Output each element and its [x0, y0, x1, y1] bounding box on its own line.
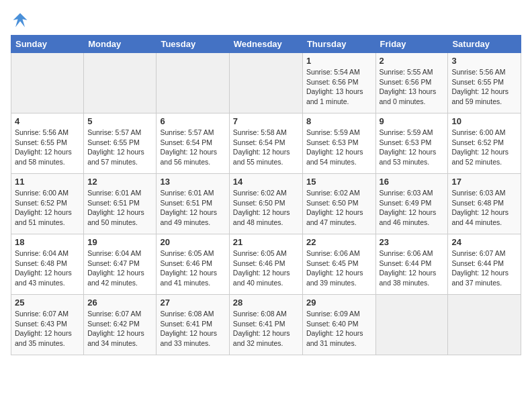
calendar-day-cell: 10Sunrise: 6:00 AMSunset: 6:52 PMDayligh… — [448, 113, 521, 174]
calendar-day-cell: 22Sunrise: 6:06 AMSunset: 6:45 PMDayligh… — [302, 234, 375, 295]
day-number: 2 — [380, 56, 445, 66]
day-info: Sunrise: 5:54 AMSunset: 6:56 PMDaylight:… — [306, 67, 372, 107]
calendar-day-cell: 17Sunrise: 6:03 AMSunset: 6:48 PMDayligh… — [448, 174, 521, 234]
day-number: 5 — [87, 116, 152, 126]
day-info: Sunrise: 6:03 AMSunset: 6:48 PMDaylight:… — [451, 188, 517, 228]
day-number: 7 — [233, 116, 299, 126]
day-number: 9 — [380, 116, 445, 126]
calendar-day-cell: 5Sunrise: 5:57 AMSunset: 6:55 PMDaylight… — [84, 113, 157, 174]
day-number: 20 — [160, 237, 225, 247]
calendar-day-cell: 9Sunrise: 5:59 AMSunset: 6:53 PMDaylight… — [375, 113, 448, 174]
calendar-day-cell: 19Sunrise: 6:04 AMSunset: 6:47 PMDayligh… — [84, 234, 157, 295]
day-number: 14 — [233, 177, 299, 187]
day-info: Sunrise: 6:05 AMSunset: 6:46 PMDaylight:… — [233, 248, 299, 288]
day-info: Sunrise: 6:08 AMSunset: 6:41 PMDaylight:… — [160, 309, 225, 349]
calendar-week-row: 11Sunrise: 6:00 AMSunset: 6:52 PMDayligh… — [11, 174, 521, 234]
calendar-day-cell — [84, 53, 157, 113]
day-number: 28 — [233, 298, 299, 308]
day-number: 13 — [160, 177, 225, 187]
day-info: Sunrise: 5:56 AMSunset: 6:55 PMDaylight:… — [451, 67, 517, 107]
weekday-header-cell: Wednesday — [229, 36, 302, 53]
logo — [11, 11, 32, 30]
calendar-day-cell: 6Sunrise: 5:57 AMSunset: 6:54 PMDaylight… — [157, 113, 229, 174]
calendar-day-cell — [157, 53, 229, 113]
day-info: Sunrise: 6:08 AMSunset: 6:41 PMDaylight:… — [233, 309, 299, 349]
calendar-day-cell: 4Sunrise: 5:56 AMSunset: 6:55 PMDaylight… — [11, 113, 84, 174]
day-number: 10 — [451, 116, 517, 126]
day-info: Sunrise: 5:58 AMSunset: 6:54 PMDaylight:… — [233, 128, 299, 167]
calendar-body: 1Sunrise: 5:54 AMSunset: 6:56 PMDaylight… — [11, 53, 521, 355]
day-info: Sunrise: 5:57 AMSunset: 6:54 PMDaylight:… — [160, 128, 225, 167]
day-info: Sunrise: 5:56 AMSunset: 6:55 PMDaylight:… — [15, 128, 80, 167]
day-number: 17 — [451, 177, 517, 187]
day-info: Sunrise: 6:06 AMSunset: 6:45 PMDaylight:… — [306, 248, 372, 288]
weekday-header-row: SundayMondayTuesdayWednesdayThursdayFrid… — [11, 36, 521, 53]
day-number: 15 — [306, 177, 372, 187]
weekday-header-cell: Thursday — [302, 36, 375, 53]
calendar-day-cell: 24Sunrise: 6:07 AMSunset: 6:44 PMDayligh… — [448, 234, 521, 295]
day-number: 19 — [87, 237, 152, 247]
day-info: Sunrise: 6:04 AMSunset: 6:47 PMDaylight:… — [87, 248, 152, 288]
calendar-day-cell: 7Sunrise: 5:58 AMSunset: 6:54 PMDaylight… — [229, 113, 302, 174]
calendar-day-cell: 11Sunrise: 6:00 AMSunset: 6:52 PMDayligh… — [11, 174, 84, 234]
weekday-header-cell: Saturday — [448, 36, 521, 53]
calendar-day-cell: 16Sunrise: 6:03 AMSunset: 6:49 PMDayligh… — [375, 174, 448, 234]
weekday-header-cell: Monday — [84, 36, 157, 53]
day-number: 25 — [15, 298, 80, 308]
page-header — [11, 11, 521, 30]
day-info: Sunrise: 6:01 AMSunset: 6:51 PMDaylight:… — [87, 188, 152, 228]
calendar-day-cell: 14Sunrise: 6:02 AMSunset: 6:50 PMDayligh… — [229, 174, 302, 234]
calendar-day-cell: 20Sunrise: 6:05 AMSunset: 6:46 PMDayligh… — [157, 234, 229, 295]
day-number: 26 — [87, 298, 152, 308]
calendar-day-cell: 29Sunrise: 6:09 AMSunset: 6:40 PMDayligh… — [302, 295, 375, 355]
svg-marker-0 — [13, 13, 28, 28]
day-info: Sunrise: 6:00 AMSunset: 6:52 PMDaylight:… — [15, 188, 80, 228]
day-number: 16 — [380, 177, 445, 187]
day-number: 3 — [451, 56, 517, 66]
day-number: 6 — [160, 116, 225, 126]
calendar-day-cell: 13Sunrise: 6:01 AMSunset: 6:51 PMDayligh… — [157, 174, 229, 234]
day-info: Sunrise: 5:55 AMSunset: 6:56 PMDaylight:… — [380, 67, 445, 107]
day-info: Sunrise: 6:04 AMSunset: 6:48 PMDaylight:… — [15, 248, 80, 288]
calendar-day-cell: 3Sunrise: 5:56 AMSunset: 6:55 PMDaylight… — [448, 53, 521, 113]
day-info: Sunrise: 6:07 AMSunset: 6:42 PMDaylight:… — [87, 309, 152, 349]
day-info: Sunrise: 5:59 AMSunset: 6:53 PMDaylight:… — [306, 128, 372, 167]
calendar-day-cell — [375, 295, 448, 355]
day-info: Sunrise: 6:00 AMSunset: 6:52 PMDaylight:… — [451, 128, 517, 167]
day-number: 12 — [87, 177, 152, 187]
calendar-header: SundayMondayTuesdayWednesdayThursdayFrid… — [11, 36, 521, 53]
calendar-week-row: 18Sunrise: 6:04 AMSunset: 6:48 PMDayligh… — [11, 234, 521, 295]
calendar-week-row: 25Sunrise: 6:07 AMSunset: 6:43 PMDayligh… — [11, 295, 521, 355]
day-number: 8 — [306, 116, 372, 126]
day-number: 18 — [15, 237, 80, 247]
day-info: Sunrise: 6:09 AMSunset: 6:40 PMDaylight:… — [306, 309, 372, 349]
calendar-day-cell: 28Sunrise: 6:08 AMSunset: 6:41 PMDayligh… — [229, 295, 302, 355]
day-info: Sunrise: 6:05 AMSunset: 6:46 PMDaylight:… — [160, 248, 225, 288]
calendar-day-cell: 21Sunrise: 6:05 AMSunset: 6:46 PMDayligh… — [229, 234, 302, 295]
day-info: Sunrise: 6:07 AMSunset: 6:44 PMDaylight:… — [451, 248, 517, 288]
calendar-day-cell: 23Sunrise: 6:06 AMSunset: 6:44 PMDayligh… — [375, 234, 448, 295]
day-number: 27 — [160, 298, 225, 308]
calendar-week-row: 4Sunrise: 5:56 AMSunset: 6:55 PMDaylight… — [11, 113, 521, 174]
day-info: Sunrise: 5:59 AMSunset: 6:53 PMDaylight:… — [380, 128, 445, 167]
day-number: 4 — [15, 116, 80, 126]
calendar-day-cell: 27Sunrise: 6:08 AMSunset: 6:41 PMDayligh… — [157, 295, 229, 355]
day-info: Sunrise: 6:03 AMSunset: 6:49 PMDaylight:… — [380, 188, 445, 228]
day-number: 1 — [306, 56, 372, 66]
weekday-header-cell: Sunday — [11, 36, 84, 53]
day-info: Sunrise: 6:07 AMSunset: 6:43 PMDaylight:… — [15, 309, 80, 349]
day-info: Sunrise: 6:02 AMSunset: 6:50 PMDaylight:… — [306, 188, 372, 228]
calendar-day-cell: 8Sunrise: 5:59 AMSunset: 6:53 PMDaylight… — [302, 113, 375, 174]
calendar-day-cell: 1Sunrise: 5:54 AMSunset: 6:56 PMDaylight… — [302, 53, 375, 113]
calendar-week-row: 1Sunrise: 5:54 AMSunset: 6:56 PMDaylight… — [11, 53, 521, 113]
day-number: 22 — [306, 237, 372, 247]
calendar-day-cell: 2Sunrise: 5:55 AMSunset: 6:56 PMDaylight… — [375, 53, 448, 113]
weekday-header-cell: Tuesday — [157, 36, 229, 53]
day-number: 23 — [380, 237, 445, 247]
day-number: 11 — [15, 177, 80, 187]
calendar-day-cell — [448, 295, 521, 355]
day-number: 29 — [306, 298, 372, 308]
calendar-day-cell: 12Sunrise: 6:01 AMSunset: 6:51 PMDayligh… — [84, 174, 157, 234]
day-info: Sunrise: 6:06 AMSunset: 6:44 PMDaylight:… — [380, 248, 445, 288]
calendar-day-cell: 26Sunrise: 6:07 AMSunset: 6:42 PMDayligh… — [84, 295, 157, 355]
